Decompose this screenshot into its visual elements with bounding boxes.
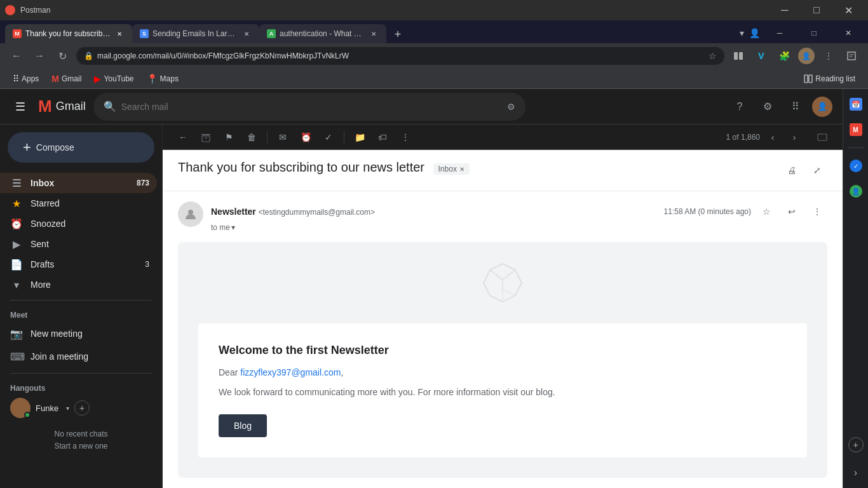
more-actions-button[interactable]: ⋮ bbox=[395, 127, 416, 147]
reload-button[interactable]: ↻ bbox=[53, 47, 71, 65]
browser-tab-2[interactable]: S Sending Emails In Laravel 8 Using... ✕ bbox=[132, 24, 259, 43]
print-email-button[interactable]: 🖨 bbox=[782, 160, 802, 180]
minimize-button[interactable]: ─ bbox=[770, 0, 799, 20]
bookmark-youtube[interactable]: ▶ YouTube bbox=[89, 72, 139, 86]
hamburger-menu-icon[interactable]: ☰ bbox=[10, 97, 31, 117]
vimeo-icon[interactable]: V bbox=[752, 47, 770, 65]
sidebar-gmail-icon[interactable]: M bbox=[846, 119, 866, 140]
next-email-button[interactable]: › bbox=[784, 127, 804, 147]
email-recipient-link[interactable]: fizzyflexy397@gmail.com bbox=[240, 367, 341, 377]
browser-menu-icon[interactable]: ⋮ bbox=[820, 47, 837, 65]
user-account-icon[interactable]: 👤 bbox=[749, 28, 760, 38]
sidebar-calendar-icon[interactable]: 📅 bbox=[846, 94, 866, 114]
inbox-icon: ☰ bbox=[10, 177, 23, 189]
email-body-container: Welcome to the first Newsletter Dear fiz… bbox=[178, 242, 827, 478]
settings-icon[interactable]: ⚙ bbox=[756, 95, 779, 118]
favorites-icon[interactable] bbox=[843, 47, 860, 65]
add-hangout-button[interactable]: + bbox=[74, 400, 90, 416]
star-email-button[interactable]: ☆ bbox=[756, 201, 776, 222]
email-white-box: Welcome to the first Newsletter Dear fiz… bbox=[198, 323, 807, 458]
inbox-badge-close-icon[interactable]: ✕ bbox=[459, 166, 465, 173]
video-camera-icon: 📷 bbox=[10, 328, 23, 340]
url-bar[interactable]: 🔒 mail.google.com/mail/u/0/#inbox/FMfcgz… bbox=[76, 47, 724, 65]
sidebar-arrow-right-icon[interactable]: › bbox=[846, 463, 866, 483]
email-navigation: ‹ › bbox=[763, 127, 804, 147]
nav-item-starred[interactable]: ★ Starred bbox=[0, 193, 157, 214]
reply-button[interactable]: ↩ bbox=[782, 201, 802, 222]
keyboard-icon: ⌨ bbox=[10, 351, 23, 363]
back-to-inbox-button[interactable]: ← bbox=[173, 127, 193, 147]
gmail-label: Gmail bbox=[62, 74, 81, 83]
bookmark-maps[interactable]: 📍 Maps bbox=[142, 72, 184, 86]
tab1-close-icon[interactable]: ✕ bbox=[114, 29, 125, 39]
more-email-options-button[interactable]: ⋮ bbox=[807, 201, 827, 222]
new-meeting-label: New meeting bbox=[31, 329, 83, 339]
svg-point-0 bbox=[7, 7, 13, 13]
nav-item-more[interactable]: ▾ More bbox=[0, 274, 157, 295]
security-lock-icon: 🔒 bbox=[84, 51, 93, 60]
nav-item-drafts[interactable]: 📄 Drafts 3 bbox=[0, 254, 157, 274]
tab-bar-min[interactable]: ─ bbox=[765, 23, 794, 43]
sidebar-tasks-icon[interactable]: ✓ bbox=[846, 156, 866, 176]
tab2-close-icon[interactable]: ✕ bbox=[241, 29, 252, 39]
join-meeting-item[interactable]: ⌨ Join a meeting bbox=[0, 345, 162, 368]
gmail-search-bar[interactable]: 🔍 ⚙ bbox=[93, 93, 526, 121]
forward-button[interactable]: → bbox=[31, 47, 48, 65]
sidebar-divider bbox=[10, 300, 152, 301]
tab3-close-icon[interactable]: ✕ bbox=[369, 29, 379, 39]
snoozed-label: Snoozed bbox=[31, 219, 149, 229]
back-button[interactable]: ← bbox=[8, 47, 25, 65]
open-in-new-window-button[interactable]: ⤢ bbox=[807, 160, 827, 180]
apps-label: Apps bbox=[22, 74, 39, 83]
compose-button[interactable]: + Compose bbox=[8, 132, 154, 163]
snooze-button[interactable]: ⏰ bbox=[295, 127, 316, 147]
gmail-profile-avatar[interactable]: 👤 bbox=[812, 97, 832, 117]
nav-item-snoozed[interactable]: ⏰ Snoozed bbox=[0, 214, 157, 234]
laravel-logo-image bbox=[477, 257, 528, 308]
new-meeting-item[interactable]: 📷 New meeting bbox=[0, 322, 162, 345]
bookmark-star-icon[interactable]: ☆ bbox=[709, 51, 717, 61]
app-icon bbox=[5, 5, 15, 15]
close-button[interactable]: ✕ bbox=[834, 0, 863, 20]
email-to-me[interactable]: to me ▾ bbox=[211, 223, 827, 232]
sender-email-text: <testingdummymails@gmail.com> bbox=[258, 208, 375, 217]
tab-bar-max[interactable]: □ bbox=[799, 23, 829, 43]
hangout-user-name: Funke bbox=[36, 403, 58, 413]
label-button[interactable]: 🏷 bbox=[372, 127, 393, 147]
browser-content: ☰ M Gmail 🔍 ⚙ ? ⚙ ⠿ 👤 bbox=[0, 89, 868, 488]
tab-bar-close[interactable]: ✕ bbox=[834, 23, 863, 43]
apps-grid-icon[interactable]: ⠿ bbox=[784, 95, 807, 118]
hangout-user-item[interactable]: Funke ▾ + bbox=[10, 398, 152, 418]
reader-view-icon[interactable] bbox=[729, 47, 747, 65]
sidebar-contacts-icon[interactable]: 👤 bbox=[846, 181, 866, 201]
email-count-display: 1 of 1,860 bbox=[726, 133, 760, 142]
browser-tab-3[interactable]: A authentication - What are the da... ✕ bbox=[259, 24, 386, 43]
mark-done-button[interactable]: ✓ bbox=[318, 127, 339, 147]
mark-unread-button[interactable]: ✉ bbox=[273, 127, 293, 147]
prev-email-button[interactable]: ‹ bbox=[763, 127, 783, 147]
delete-button[interactable]: 🗑 bbox=[241, 127, 262, 147]
profile-avatar[interactable]: 👤 bbox=[798, 48, 815, 64]
browser-tab-1[interactable]: M Thank you for subscribing to ou... ✕ bbox=[5, 24, 132, 43]
bookmark-gmail[interactable]: M Gmail bbox=[46, 72, 86, 86]
archive-button[interactable] bbox=[196, 127, 216, 147]
new-tab-button[interactable]: + bbox=[389, 25, 407, 43]
move-to-button[interactable]: 📁 bbox=[349, 127, 370, 147]
blog-button[interactable]: Blog bbox=[219, 414, 267, 437]
inbox-filter-badge[interactable]: Inbox ✕ bbox=[433, 163, 470, 175]
gmail-header: ☰ M Gmail 🔍 ⚙ ? ⚙ ⠿ 👤 bbox=[0, 89, 843, 125]
nav-item-sent[interactable]: ▶ Sent bbox=[0, 234, 157, 254]
maximize-button[interactable]: □ bbox=[802, 0, 831, 20]
tab-dropdown-icon[interactable]: ▾ bbox=[740, 28, 744, 38]
search-options-icon[interactable]: ⚙ bbox=[507, 102, 515, 112]
reading-list-button[interactable]: Reading list bbox=[799, 72, 860, 85]
extensions-icon[interactable]: 🧩 bbox=[775, 47, 793, 65]
search-input[interactable] bbox=[121, 102, 502, 112]
hangouts-section: Hangouts Funke ▾ + No recent chats Start… bbox=[0, 379, 162, 458]
bookmark-apps[interactable]: ⠿ Apps bbox=[8, 72, 44, 86]
nav-item-inbox[interactable]: ☰ Inbox 873 bbox=[0, 173, 157, 193]
spam-button[interactable]: ⚑ bbox=[219, 127, 239, 147]
sidebar-add-button[interactable]: + bbox=[848, 437, 864, 452]
help-icon[interactable]: ? bbox=[728, 95, 751, 118]
view-options-button[interactable] bbox=[812, 127, 832, 147]
